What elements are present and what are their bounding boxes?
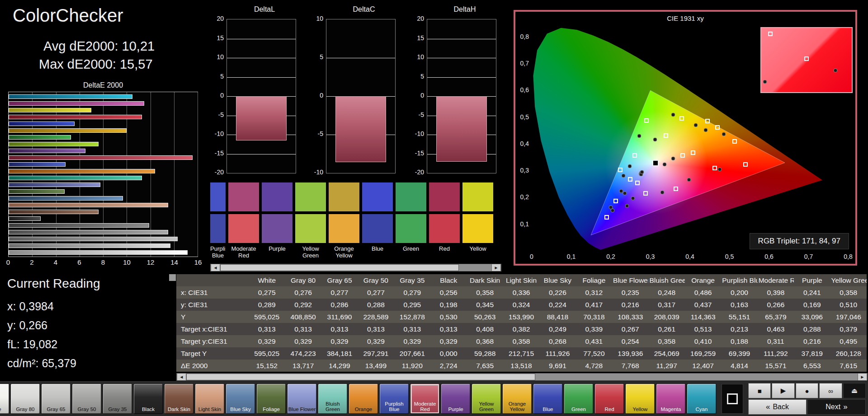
patch-button-light-skin[interactable]: Light Skin	[195, 384, 224, 414]
patch-button-yellow[interactable]: Yellow	[626, 384, 655, 414]
patch-button-gray-80[interactable]: Gray 80	[11, 384, 40, 414]
patch-button-label: Orange	[355, 407, 372, 412]
measurement-table-grid: WhiteGray 80Gray 65Gray 50Gray 35BlackDa…	[176, 274, 867, 372]
measured-point	[622, 173, 626, 178]
back-button[interactable]: «Back	[748, 399, 807, 415]
y-tick-label: 20	[406, 15, 424, 22]
patch-button-red[interactable]: Red	[595, 384, 624, 414]
deltae-bar-cyan	[9, 94, 132, 99]
patch-button-orange-yellow[interactable]: Orange Yellow	[503, 384, 532, 414]
value-cell: 6,553	[794, 360, 830, 372]
table-row-x-cie31: x: CIE310,2750,2760,2770,2770,2790,2560,…	[176, 286, 867, 299]
value-cell: 0,329	[358, 335, 394, 347]
patch-button-gray-65[interactable]: Gray 65	[42, 384, 71, 414]
patch-button-label: Gray 50	[78, 407, 96, 412]
patch-button-green[interactable]: Green	[564, 384, 593, 414]
pattern-window-button[interactable]	[722, 384, 743, 414]
scroll-left-button[interactable]: ◄	[211, 264, 220, 271]
bar-row	[9, 223, 198, 228]
scroll-track[interactable]	[186, 374, 858, 380]
y-tick-label: 0,6	[516, 86, 529, 93]
measured-patch-purple	[262, 182, 292, 211]
patch-button-bluish-green[interactable]: Bluish Green	[318, 384, 347, 414]
measured-point	[623, 191, 627, 195]
bar-row	[9, 94, 198, 99]
gridline	[227, 58, 296, 58]
patch-button-purple[interactable]: Purple	[441, 384, 470, 414]
value-cell: 7,768	[612, 360, 648, 372]
deltae-bar-yellow	[9, 108, 91, 112]
patch-button-moderate-red[interactable]: Moderate Red	[410, 384, 439, 414]
scroll-left-button[interactable]: ◄	[177, 374, 186, 380]
measured-patch-yellow	[462, 182, 493, 211]
patch-button-gray-50[interactable]: Gray 50	[72, 384, 101, 414]
patch-button-blue-sky[interactable]: Blue Sky	[226, 384, 255, 414]
reading-value: x: 0,3984	[7, 300, 54, 313]
play-button[interactable]: ▶	[772, 383, 794, 398]
target-point	[628, 177, 632, 182]
patch-button-blue[interactable]: Blue	[533, 384, 562, 414]
chart-plot	[427, 19, 496, 173]
gridline	[227, 39, 296, 39]
measured-point	[640, 170, 644, 174]
patch-button-dark-skin[interactable]: Dark Skin	[165, 384, 193, 414]
x-tick-label: 0,7	[804, 253, 813, 260]
next-button[interactable]: Next»	[807, 399, 866, 415]
column-header-purplish-blue: Purplish Blue	[721, 274, 757, 286]
patch-button-cyan[interactable]: Cyan	[687, 384, 716, 414]
patch-button-purplish-blue[interactable]: Purplish Blue	[380, 384, 409, 414]
measured-patch-green	[396, 182, 426, 211]
value-cell: 88,418	[539, 311, 576, 323]
x-tick-label: 0,8	[844, 253, 852, 260]
patch-button-foliage[interactable]: Foliage	[257, 384, 286, 414]
target-patch-purplish-blue	[210, 214, 226, 243]
scroll-right-button[interactable]: ►	[858, 374, 867, 380]
record-button[interactable]: ●	[796, 383, 818, 398]
scroll-right-button[interactable]: ►	[491, 264, 501, 271]
column-header-moderate-red: Moderate Red	[758, 274, 794, 286]
scroll-thumb[interactable]	[186, 374, 535, 380]
x-tick-label: 12	[147, 258, 155, 266]
value-cell: 254,069	[648, 347, 684, 360]
deltae-bar-gray-65	[9, 237, 178, 241]
value-cell: 0,410	[685, 335, 721, 347]
stop-button[interactable]: ■	[748, 383, 771, 398]
scroll-track[interactable]	[220, 264, 491, 271]
horizontal-scrollbar[interactable]: ◄►	[176, 373, 868, 381]
gridline	[427, 39, 496, 39]
deltae-bar-dark-skin	[9, 210, 99, 214]
value-cell: 0,286	[321, 299, 358, 311]
patch-button-yellow-green[interactable]: Yellow Green	[472, 384, 501, 414]
scroll-thumb[interactable]	[220, 264, 459, 271]
patch-button-blue-flower[interactable]: Blue Flower	[288, 384, 316, 414]
value-cell: 2,724	[430, 360, 467, 372]
y-tick-label: 0	[206, 92, 224, 99]
x-tick-label: 4	[54, 258, 57, 266]
loop-button[interactable]: ∞	[819, 383, 842, 398]
patch-button-magenta[interactable]: Magenta	[656, 384, 685, 414]
target-patch-purple	[262, 214, 292, 243]
bar-row	[9, 189, 198, 194]
bar-row	[9, 128, 198, 133]
measured-point	[671, 112, 675, 117]
column-header-orange: Orange	[685, 274, 721, 286]
table-row-y-cie31: y: CIE310,2890,2920,2860,2880,2950,1980,…	[176, 299, 867, 311]
value-cell: 0,295	[394, 299, 430, 311]
patch-button-label: Gray 80	[16, 407, 35, 412]
patch-button-orange[interactable]: Orange	[349, 384, 378, 414]
patch-button-black[interactable]: Black	[134, 384, 163, 414]
patch-button-gray-35[interactable]: Gray 35	[103, 384, 132, 414]
column-header-gray-35: Gray 35	[394, 274, 430, 286]
y-tick-label: -5	[206, 111, 224, 118]
value-cell: 70,318	[576, 311, 612, 323]
value-cell: 0,279	[394, 286, 430, 299]
row-label: ΔE 2000	[176, 360, 249, 372]
value-cell: 50,263	[467, 311, 503, 323]
eject-button[interactable]: ⏏	[843, 383, 866, 398]
patch-button-white[interactable]: White	[0, 384, 9, 414]
value-cell: 0,248	[648, 286, 684, 299]
row-label: Target y:CIE31	[176, 335, 249, 347]
horizontal-scrollbar[interactable]: ◄►	[210, 264, 501, 271]
value-cell: 7,615	[830, 360, 867, 372]
table-header-empty-cell	[176, 274, 249, 286]
